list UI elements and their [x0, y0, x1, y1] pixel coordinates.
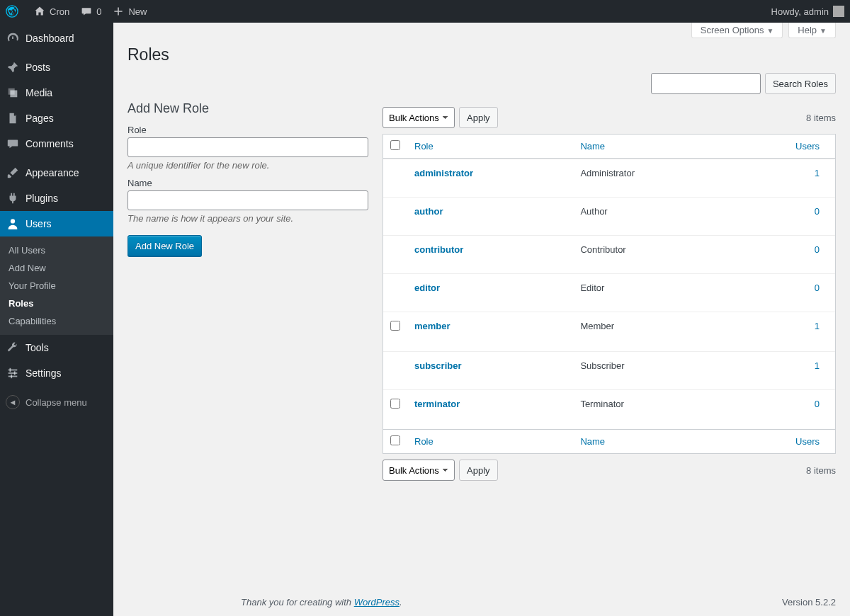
user-icon [6, 217, 20, 231]
select-all-top[interactable] [390, 140, 400, 150]
my-account-link[interactable]: Howdy, admin [766, 0, 850, 23]
bulk-apply-bottom[interactable]: Apply [459, 460, 498, 481]
col-users[interactable]: Users [795, 436, 820, 447]
svg-point-1 [11, 219, 15, 223]
admin-bar: Cron 0 New Howdy, admin [0, 0, 850, 23]
users-count[interactable]: 0 [815, 206, 820, 217]
menu-label: Dashboard [26, 33, 74, 44]
menu-label: Media [26, 87, 52, 98]
role-name: Contributor [573, 235, 729, 273]
role-name: Terminator [573, 389, 729, 429]
help-tab[interactable]: Help▼ [788, 23, 836, 38]
collapse-icon: ◄ [6, 395, 20, 409]
add-new-role-button[interactable]: Add New Role [128, 235, 202, 256]
home-icon [34, 6, 45, 17]
name-input[interactable] [128, 190, 368, 210]
role-name: Administrator [573, 159, 729, 197]
screen-options-tab[interactable]: Screen Options▼ [691, 23, 783, 38]
bulk-actions-select-top[interactable]: Bulk Actions [382, 107, 455, 128]
role-input[interactable] [128, 137, 368, 157]
role-link[interactable]: terminator [414, 399, 460, 409]
subitem-add-new[interactable]: Add New [0, 259, 113, 277]
comment-icon [81, 6, 92, 17]
role-link[interactable]: contributor [414, 244, 463, 255]
menu-dashboard[interactable]: Dashboard [0, 25, 113, 51]
menu-label: Posts [26, 62, 50, 73]
subitem-your-profile[interactable]: Your Profile [0, 277, 113, 295]
col-role[interactable]: Role [414, 141, 434, 152]
menu-posts[interactable]: Posts [0, 55, 113, 80]
users-count[interactable]: 1 [815, 168, 820, 178]
users-count[interactable]: 0 [815, 399, 820, 409]
menu-settings[interactable]: Settings [0, 360, 113, 386]
subitem-capabilities[interactable]: Capabilities [0, 312, 113, 330]
col-name[interactable]: Name [580, 436, 605, 447]
col-name[interactable]: Name [580, 141, 605, 152]
comments-link[interactable]: 0 [75, 0, 107, 23]
footer: Thank you for creating with WordPress. V… [241, 597, 836, 608]
search-block: Search Roles [128, 73, 836, 94]
tablenav-top: Bulk Actions Apply 8 items [382, 107, 836, 128]
menu-label: Comments [26, 138, 74, 149]
svg-rect-5 [10, 368, 11, 372]
screen-meta: Screen Options▼ Help▼ [128, 23, 836, 38]
menu-label: Users [26, 218, 52, 229]
new-content-link[interactable]: New [107, 0, 152, 23]
table-row: contributorContributor0 [383, 235, 835, 273]
menu-users[interactable]: Users [0, 211, 113, 236]
menu-media[interactable]: Media [0, 80, 113, 105]
users-count[interactable]: 0 [815, 283, 820, 293]
role-label: Role [128, 125, 368, 135]
role-link[interactable]: author [414, 206, 443, 217]
role-name: Subscriber [573, 351, 729, 389]
table-row: terminatorTerminator0 [383, 389, 835, 429]
col-role[interactable]: Role [414, 436, 434, 447]
add-new-role-form: Add New Role Role A unique identifier fo… [128, 101, 368, 256]
users-count[interactable]: 1 [815, 321, 820, 331]
subitem-roles[interactable]: Roles [0, 295, 113, 312]
table-row: memberMember1 [383, 312, 835, 351]
svg-rect-3 [8, 372, 18, 374]
search-button[interactable]: Search Roles [765, 73, 836, 94]
content-area: Screen Options▼ Help▼ Roles Search Roles… [113, 23, 850, 616]
item-count-bottom: 8 items [806, 465, 836, 476]
menu-pages[interactable]: Pages [0, 105, 113, 131]
footer-period: . [400, 597, 402, 608]
plus-icon [113, 6, 124, 17]
search-input[interactable] [651, 73, 761, 94]
bulk-actions-select-bottom[interactable]: Bulk Actions [382, 460, 455, 481]
subitem-all-users[interactable]: All Users [0, 241, 113, 259]
role-link[interactable]: subscriber [414, 360, 461, 371]
site-name-link[interactable]: Cron [28, 0, 75, 23]
role-name: Editor [573, 273, 729, 312]
select-all-bottom[interactable] [390, 435, 400, 445]
name-desc: The name is how it appears on your site. [128, 213, 368, 224]
wp-logo[interactable] [0, 0, 28, 23]
footer-thank: Thank you for creating with [241, 597, 354, 608]
menu-comments[interactable]: Comments [0, 131, 113, 156]
menu-label: Pages [26, 113, 54, 124]
footer-wp-link[interactable]: WordPress [354, 597, 400, 608]
menu-plugins[interactable]: Plugins [0, 186, 113, 211]
row-checkbox[interactable] [390, 399, 400, 409]
chevron-down-icon: ▼ [766, 27, 774, 35]
col-users[interactable]: Users [795, 141, 820, 152]
wordpress-icon [6, 5, 18, 18]
menu-appearance[interactable]: Appearance [0, 160, 113, 186]
bulk-apply-top[interactable]: Apply [459, 107, 498, 128]
howdy-label: Howdy, admin [771, 6, 829, 17]
table-row: subscriberSubscriber1 [383, 351, 835, 389]
media-icon [6, 86, 20, 100]
row-checkbox[interactable] [390, 321, 400, 331]
users-count[interactable]: 1 [815, 360, 820, 371]
users-count[interactable]: 0 [815, 244, 820, 255]
form-heading: Add New Role [128, 101, 368, 116]
menu-tools[interactable]: Tools [0, 335, 113, 360]
role-link[interactable]: member [414, 321, 450, 331]
roles-table: Role Name Users administratorAdministrat… [382, 134, 836, 454]
role-link[interactable]: administrator [414, 168, 473, 178]
role-link[interactable]: editor [414, 283, 440, 293]
collapse-menu[interactable]: ◄ Collapse menu [0, 389, 113, 415]
help-label: Help [798, 25, 817, 35]
name-label: Name [128, 178, 368, 188]
